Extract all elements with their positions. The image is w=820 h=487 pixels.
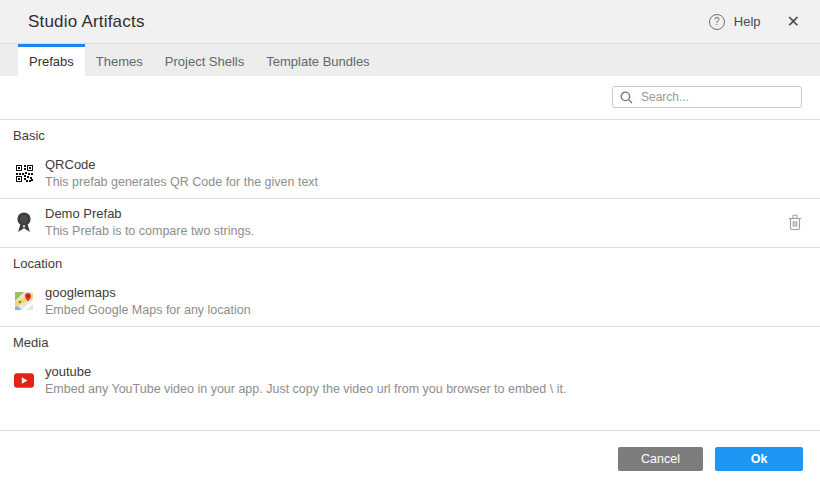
close-icon[interactable]: ✕ [787, 14, 800, 30]
item-text: Demo Prefab This Prefab is to compare tw… [45, 206, 254, 238]
dialog-footer: Cancel Ok [0, 430, 820, 487]
tab-prefabs[interactable]: Prefabs [18, 44, 85, 76]
search-input[interactable] [639, 87, 801, 107]
tab-themes[interactable]: Themes [85, 44, 154, 76]
item-description: This prefab generates QR Code for the gi… [45, 175, 318, 189]
section-basic: Basic [0, 119, 820, 247]
tab-project-shells[interactable]: Project Shells [154, 44, 255, 76]
item-title: Demo Prefab [45, 206, 254, 221]
search-row [0, 76, 820, 119]
search-box[interactable] [612, 86, 802, 108]
help-button[interactable]: ? Help [709, 14, 761, 30]
item-description: This Prefab is to compare two strings. [45, 224, 254, 238]
item-description: Embed any YouTube video in your app. Jus… [45, 382, 566, 396]
item-text: youtube Embed any YouTube video in your … [45, 364, 566, 396]
help-question-icon[interactable]: ? [709, 14, 725, 30]
section-location: Location [0, 247, 820, 326]
cancel-button[interactable]: Cancel [618, 447, 703, 471]
tab-template-bundles[interactable]: Template Bundles [255, 44, 380, 76]
tab-bar: Prefabs Themes Project Shells Template B… [0, 44, 820, 76]
page-title: Studio Artifacts [28, 12, 145, 32]
youtube-icon [14, 373, 34, 388]
section-label: Basic [0, 120, 820, 150]
list-item-demo-prefab[interactable]: Demo Prefab This Prefab is to compare tw… [0, 198, 820, 247]
delete-prefab-button[interactable] [788, 214, 802, 230]
item-title: youtube [45, 364, 566, 379]
prefab-list-panel: Basic [0, 76, 820, 430]
header-actions: ? Help ✕ [709, 14, 800, 30]
help-label[interactable]: Help [734, 14, 761, 29]
google-maps-icon [14, 292, 34, 310]
list-item-qrcode[interactable]: QRCode This prefab generates QR Code for… [0, 150, 820, 198]
list-item-youtube[interactable]: youtube Embed any YouTube video in your … [0, 357, 820, 405]
list-item-googlemaps[interactable]: googlemaps Embed Google Maps for any loc… [0, 278, 820, 326]
section-label: Media [0, 327, 820, 357]
item-title: googlemaps [45, 285, 251, 300]
studio-artifacts-dialog: Studio Artifacts ? Help ✕ Prefabs Themes… [0, 0, 820, 487]
dialog-header: Studio Artifacts ? Help ✕ [0, 0, 820, 44]
ok-button[interactable]: Ok [715, 447, 803, 471]
magnifier-icon [620, 91, 633, 104]
award-ribbon-icon [14, 212, 34, 233]
trash-icon [788, 214, 802, 230]
item-text: googlemaps Embed Google Maps for any loc… [45, 285, 251, 317]
section-label: Location [0, 248, 820, 278]
item-title: QRCode [45, 157, 318, 172]
section-media: Media youtube Embed any YouTube video in… [0, 326, 820, 405]
item-description: Embed Google Maps for any location [45, 303, 251, 317]
item-text: QRCode This prefab generates QR Code for… [45, 157, 318, 189]
qrcode-icon [14, 165, 34, 182]
